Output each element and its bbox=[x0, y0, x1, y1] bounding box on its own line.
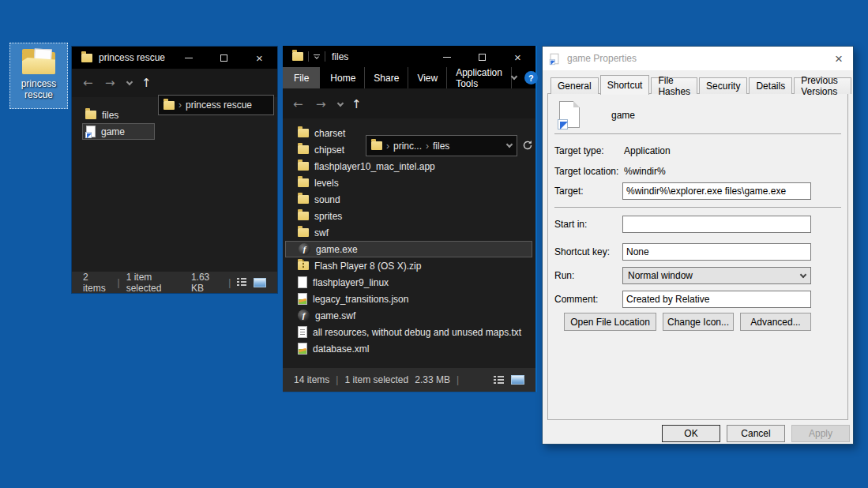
file-row[interactable]: game.swf bbox=[295, 307, 355, 324]
dialog-titlebar[interactable]: game Properties × bbox=[543, 47, 853, 70]
apply-button[interactable]: Apply bbox=[791, 425, 850, 442]
file-row[interactable]: charset bbox=[295, 125, 345, 141]
shortcut-big-icon bbox=[559, 101, 580, 128]
tab-file-hashes[interactable]: File Hashes bbox=[651, 77, 697, 94]
expand-ribbon-chevron-icon[interactable] bbox=[511, 73, 517, 80]
thumbnail-view-icon[interactable] bbox=[254, 278, 266, 287]
file-row[interactable]: database.xml bbox=[295, 340, 369, 357]
run-dropdown-value: Normal window bbox=[628, 270, 693, 281]
tab-previous-versions[interactable]: Previous Versions bbox=[794, 77, 851, 94]
close-button[interactable]: × bbox=[242, 47, 277, 69]
minimize-button[interactable] bbox=[429, 46, 464, 68]
tab-security[interactable]: Security bbox=[699, 77, 747, 94]
close-icon[interactable]: × bbox=[832, 52, 846, 66]
file-row[interactable]: all resources, without debug and unused … bbox=[295, 324, 521, 340]
change-icon-button[interactable]: Change Icon... bbox=[663, 313, 734, 331]
shortcut-file-icon bbox=[86, 126, 96, 137]
forward-button[interactable]: → bbox=[316, 97, 326, 111]
window1-navbar: ← → ↑ › princess rescue bbox=[72, 69, 277, 97]
close-button[interactable]: × bbox=[500, 46, 535, 68]
folder-icon bbox=[298, 195, 309, 204]
up-button[interactable]: ↑ bbox=[141, 76, 152, 90]
minimize-button[interactable] bbox=[171, 47, 206, 69]
maximize-button[interactable] bbox=[206, 47, 242, 69]
target-input[interactable] bbox=[622, 182, 811, 200]
dialog-tabstrip: General Shortcut File Hashes Security De… bbox=[550, 77, 853, 94]
file-name: all resources, without debug and unused … bbox=[313, 327, 521, 338]
start-in-input[interactable] bbox=[622, 216, 811, 233]
tab-shortcut[interactable]: Shortcut bbox=[600, 75, 650, 95]
folder-icon bbox=[292, 52, 303, 61]
ribbon-tab-share[interactable]: Share bbox=[365, 67, 408, 88]
up-button[interactable]: ↑ bbox=[351, 97, 362, 111]
folder-icon bbox=[298, 178, 309, 187]
separator bbox=[554, 207, 841, 208]
file-row[interactable]: legacy_transitions.json bbox=[295, 291, 408, 307]
folder-icon bbox=[298, 212, 309, 220]
help-icon[interactable]: ? bbox=[524, 71, 538, 84]
flash-app-icon bbox=[299, 243, 310, 255]
desktop-icon-princess-rescue[interactable]: princess rescue bbox=[9, 43, 68, 109]
file-row[interactable]: flashplayer9_linux bbox=[295, 274, 389, 291]
item-count: 14 items bbox=[294, 374, 329, 385]
window2-titlebar[interactable]: files × bbox=[283, 46, 535, 67]
target-type-value: Application bbox=[624, 145, 671, 156]
selection-size: 1.63 KB bbox=[191, 272, 222, 294]
file-row[interactable]: files bbox=[82, 107, 118, 123]
comment-input[interactable] bbox=[622, 291, 811, 308]
quick-access-toolbar-button[interactable] bbox=[314, 54, 320, 58]
back-button[interactable]: ← bbox=[83, 76, 93, 90]
ribbon-tab-application-tools[interactable]: Application Tools bbox=[447, 67, 512, 88]
details-view-icon[interactable] bbox=[237, 278, 246, 287]
desktop-icon-label: princess rescue bbox=[11, 78, 66, 100]
file-name: Flash Player 8 (OS X).zip bbox=[314, 261, 421, 272]
cancel-button[interactable]: Cancel bbox=[727, 425, 785, 442]
run-label: Run: bbox=[554, 270, 574, 281]
window2-title: files bbox=[332, 51, 348, 62]
target-label: Target: bbox=[554, 186, 584, 197]
file-name: charset bbox=[314, 128, 345, 139]
window1-titlebar[interactable]: princess rescue × bbox=[72, 47, 277, 69]
file-row[interactable]: sound bbox=[295, 191, 340, 208]
tab-general[interactable]: General bbox=[550, 77, 599, 94]
folder-icon bbox=[298, 129, 309, 137]
recent-locations-chevron[interactable] bbox=[337, 100, 344, 107]
advanced-button[interactable]: Advanced... bbox=[740, 313, 811, 331]
selection-count: 1 item selected bbox=[126, 272, 185, 294]
file-row[interactable]: sprites bbox=[295, 208, 342, 224]
file-row[interactable]: Flash Player 8 (OS X).zip bbox=[295, 257, 421, 274]
window2-navbar: ← → ↑ › princ... › files bbox=[283, 88, 535, 118]
window1-file-list: files game bbox=[72, 97, 277, 272]
file-row-selected[interactable]: game bbox=[82, 123, 155, 140]
thumbnail-view-icon[interactable] bbox=[511, 375, 524, 385]
start-in-label: Start in: bbox=[554, 219, 587, 230]
forward-button[interactable]: → bbox=[105, 76, 115, 90]
item-count: 2 items bbox=[83, 272, 111, 294]
run-dropdown[interactable]: Normal window bbox=[622, 267, 811, 284]
file-name: database.xml bbox=[313, 343, 369, 355]
ribbon-tab-file[interactable]: File bbox=[283, 67, 320, 88]
separator bbox=[554, 133, 841, 134]
file-row[interactable]: flashplayer10_mac_intel.app bbox=[295, 158, 435, 175]
open-file-location-button[interactable]: Open File Location bbox=[564, 313, 656, 331]
back-button[interactable]: ← bbox=[293, 97, 303, 111]
ribbon-tab-view[interactable]: View bbox=[408, 67, 447, 88]
write-file-icon bbox=[298, 293, 307, 305]
file-icon bbox=[298, 276, 307, 288]
ok-button[interactable]: OK bbox=[662, 425, 720, 442]
ribbon-tab-home[interactable]: Home bbox=[321, 67, 365, 88]
details-view-icon[interactable] bbox=[494, 376, 504, 385]
file-row[interactable]: levels bbox=[295, 175, 339, 191]
file-row[interactable]: swf bbox=[295, 224, 329, 241]
tab-details[interactable]: Details bbox=[749, 77, 792, 94]
shortcut-key-input[interactable] bbox=[622, 243, 811, 261]
file-row[interactable]: chipset bbox=[295, 141, 344, 158]
recent-locations-chevron[interactable] bbox=[126, 79, 133, 85]
file-row-selected[interactable]: game.exe bbox=[285, 241, 532, 257]
file-name: chipset bbox=[314, 145, 344, 156]
folder-icon bbox=[81, 54, 92, 62]
maximize-button[interactable] bbox=[464, 46, 500, 68]
file-name: game bbox=[101, 126, 125, 137]
file-name: legacy_transitions.json bbox=[313, 294, 408, 305]
file-name: game.swf bbox=[315, 310, 355, 321]
